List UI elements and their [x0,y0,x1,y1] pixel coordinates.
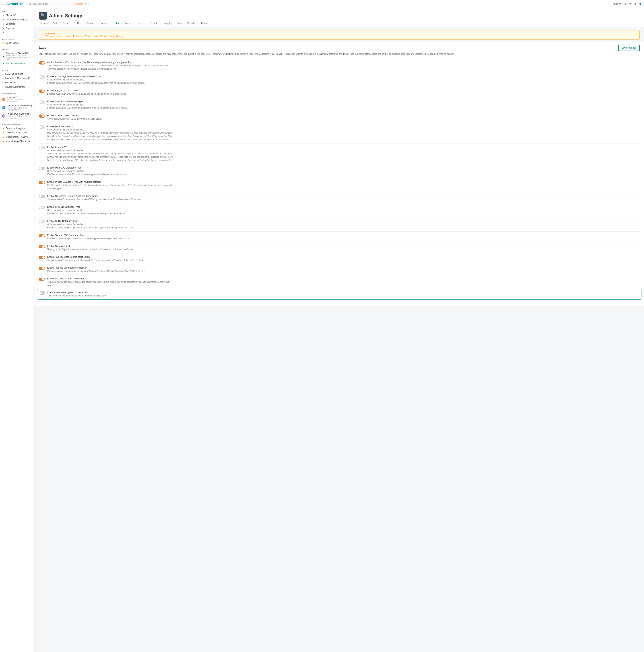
save-changes-button[interactable]: Save changes [618,45,640,51]
sidebar-item-microstrategy-gbm[interactable]: ▲ Microstrategy GBM V2 S... [0,139,34,143]
grid-icon: ⋮⋮ [608,3,612,5]
tab-labs[interactable]: Labs [111,20,121,27]
toggle-homepage-2020[interactable] [39,278,45,281]
hamburger-icon[interactable]: ☰ [2,2,5,6]
sidebar-item-education-analytics[interactable]: ▲ Education Analytics › [0,126,34,131]
feature-title-synonym-mde: Enable Synonym MDE [47,245,640,247]
tab-report[interactable]: Report... [147,20,161,27]
apps-button[interactable]: ⋮⋮ Apps ▼ [608,3,621,5]
search-input[interactable] [32,3,75,5]
toggle-wrap-tableau-datasource [39,256,45,259]
toggle-sybase-ase[interactable] [39,234,45,237]
sidebar-item-experian[interactable]: ● Experian [0,26,34,30]
sidebar-item-s3[interactable]: 📁 S3 QA Source › [0,41,34,45]
search-icon: 🔍 [28,3,31,5]
sidebar-item-ccar[interactable]: ► CCAR Submisions [0,72,34,76]
avatar-ec2: EC [2,114,5,117]
sidebar-divider-3 [0,67,34,67]
chevron-right-icon: ► [2,77,4,79]
sidebar-queries-header: Queries [0,48,34,51]
feature-desc-cassandra: Once enabled, this cannot be disabled.En… [47,103,174,110]
toggle-tableau-datasource[interactable] [39,256,45,259]
sidebar-item-customdb[interactable]: ● CustomDB with MySQL › [0,18,34,22]
sidebar-label-education: Education [6,23,30,25]
toggle-thumb-alation-analytics-v2 [42,62,45,64]
tab-encry[interactable]: Encry... [121,20,134,27]
sidebar-item-microstrategy-analytics[interactable]: ▲ MicroStrategy - Analytics ... › [0,135,34,139]
tab-auth[interactable]: Auth [50,20,60,27]
sidebar-item-customer[interactable]: ► Customer & Merchant KPIs [0,76,34,80]
sidebar-data-header: Data [0,9,34,13]
sidebar-item-most-visited[interactable]: ■ Most Visited Articles [0,61,34,66]
feature-row-presto: Enable Presto Database Type with multipl… [39,178,640,192]
toggle-thumb-open-left-nav [39,292,42,294]
sidebar-label-revenue: Revenue (Corporate) [5,86,32,88]
toggle-tableau-workbook[interactable] [39,267,45,270]
tab-profiles[interactable]: Profiles [71,20,84,27]
user-icon[interactable]: 👤 [639,3,642,5]
toggle-wrap-azure-sql [39,75,45,79]
sidebar-item-datasource-title[interactable]: ■ Datasource Title and Desc... SELECT ds… [0,51,34,61]
search-bar[interactable]: 🔍 ⤴ Alation 🔍 [27,2,88,6]
toggle-wrap-tableau-workbook [39,267,45,270]
toggle-presto[interactable] [39,181,45,184]
avatar-gt: GT [2,98,5,101]
tab-home[interactable]: Home... [199,20,212,27]
sidebar-divider-4 [0,90,34,90]
feature-content-sybase-ase: Enable Sybase ASE Database Type Enables … [47,234,640,240]
sidebar-item-alation-db[interactable]: ● Alation DB › [0,13,34,18]
tab-logging[interactable]: Logging [161,20,175,27]
sidebar-item-thinking[interactable]: EC Thinking we made mistake in... Join E… [0,112,34,120]
sidebar-item-gbm-v2[interactable]: ▲ GBM V2 Tableau QA Cat... › [0,131,34,135]
tab-license[interactable]: License [134,20,147,27]
toggle-wrap-hive-v2 [39,126,45,129]
help-icon[interactable]: ? [629,3,631,5]
feature-desc-bigquery: Enables support for BigQuery as a databa… [47,92,174,96]
feature-content-alation-analytics-v2: Alation Analytics V2 - Understand the Al… [47,61,640,71]
search-submit-icon[interactable]: 🔍 [84,3,87,5]
settings-icon[interactable]: ⚙ [624,3,626,5]
tab-users[interactable]: Users [39,20,50,27]
chevron-right-icon: › [31,42,32,44]
feature-row-tableau-datasource: Enable Tableau Data Source certification… [39,253,640,264]
toggle-thumb-sas-db [39,206,42,209]
toggle-bigquery[interactable] [39,89,45,93]
toggle-synonym-mde[interactable] [39,245,45,248]
sidebar-item-more[interactable]: ● ... [0,30,34,35]
tab-comp[interactable]: Comp... [84,20,97,27]
tab-misc[interactable]: Misc [175,20,185,27]
admin-tabs: Users Auth Email Profiles Comp... Update… [34,20,644,27]
toggle-wrap-homepage-2020 [39,278,45,281]
feature-content-synonym-mde: Enable Synonym MDE Turning on this flag … [47,245,640,251]
feature-content-sfdc: Enable SFDC Database Type Once enabled, … [47,220,640,229]
top-navigation: ☰ Avocet 🐦 🔍 ⤴ Alation 🔍 ⋮⋮ Apps ▼ ⚙ ? ✉… [0,0,644,8]
tab-brandi[interactable]: Brandi... [185,20,199,27]
toggle-thumb-tableau-datasource [42,256,45,259]
toggle-salesforce-einstein[interactable] [39,195,45,198]
feature-desc-azure-sql: Once enabled, this cannot be disabled.En… [47,78,174,85]
query-icon: ■ [2,62,5,65]
feature-title-custom-jdbc: Enable Custom JDBC Drivers [47,114,640,117]
feature-desc-sas-db: Once enabled, this cannot be disabled.En… [47,209,174,215]
sidebar-item-revenue[interactable]: ► Revenue (Corporate) [0,85,34,89]
sidebar-item-healthcare[interactable]: ► Healthcare [0,80,34,85]
toggle-open-left-nav[interactable] [39,291,45,295]
sidebar-item-is-valid[interactable]: GT Is this valid? Join GT Volpe in this … [0,95,34,104]
tab-updates[interactable]: Updates [97,20,111,27]
feature-row-sas-db: Enable SAS DB Database Type Once enabled… [39,203,640,217]
content-area: 🔍 Admin Settings Users Auth Email Profil… [34,8,644,652]
tab-email[interactable]: Email [60,20,71,27]
warning-banner: ⚠ Warning You have unsaved changes. Plea… [39,30,640,39]
toggle-alation-analytics-v2[interactable] [39,61,45,64]
sidebar-item-can-we[interactable]: EC Can we approved sending Join Everett … [0,104,34,112]
sidebar-fs-header: File Systems [0,37,34,41]
toggle-wrap-salesforce-einstein [39,195,45,198]
feature-row-lineage-v2: Enable Lineage V2 Once enabled, this can… [39,143,640,164]
sidebar-item-education[interactable]: ● Education › [0,22,34,26]
toggle-memsql[interactable] [39,167,45,170]
messages-icon[interactable]: ✉ [634,3,636,5]
sidebar-label-is-valid: Is this valid? [6,96,32,99]
feature-title-memsql: Enable MemSQL Database Type [47,166,640,169]
toggle-custom-jdbc[interactable] [39,114,45,118]
toggle-thumb-sybase-ase [42,235,45,237]
